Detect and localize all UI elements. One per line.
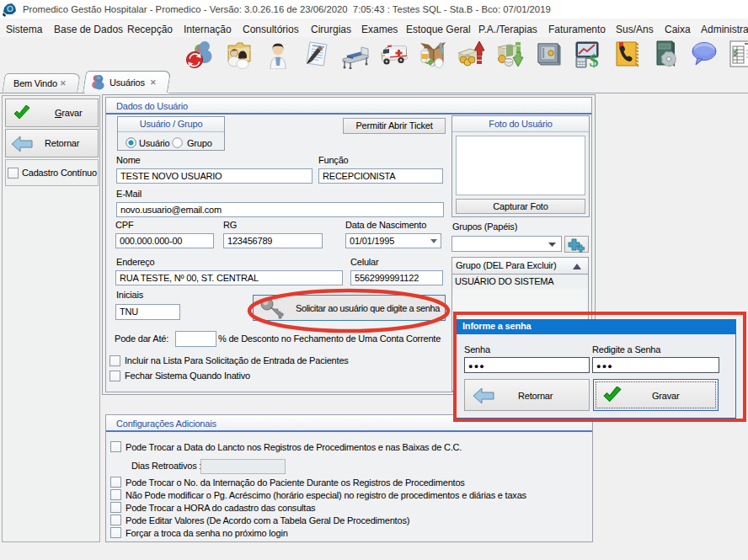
svg-text:$: $ (590, 50, 599, 69)
